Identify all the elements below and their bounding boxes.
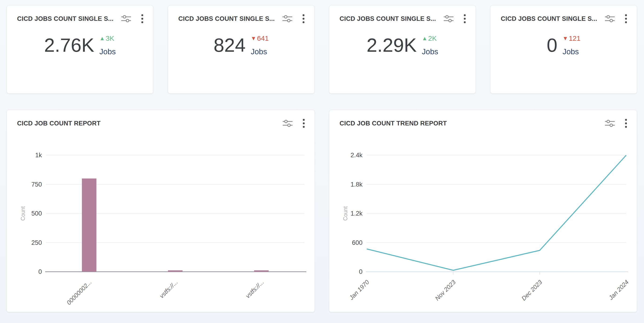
card-actions [282, 14, 305, 24]
x-tick-label: vstfs://... [158, 278, 179, 300]
kpi-card-2: CICD JOBS COUNT SINGLE S... 824 ▼641 Job… [168, 5, 314, 94]
dashboard: { "colors": { "up_green": "#5fba83", "do… [0, 0, 644, 323]
line-chart-canvas[interactable]: 06001.2k1.8k2.4kCountJan 1970Nov 2023Dec… [329, 141, 637, 313]
card-title: CICD JOBS COUNT SINGLE S... [178, 15, 282, 22]
x-tick-label: Nov 2023 [434, 278, 457, 302]
x-tick-label: Jan 2024 [607, 278, 630, 302]
kpi-delta: ▼641 [251, 35, 269, 42]
kpi-delta: ▼121 [562, 35, 580, 42]
card-title: CICD JOB COUNT REPORT [17, 120, 282, 127]
kpi-value: 824 [214, 36, 246, 55]
bar[interactable] [82, 178, 96, 272]
bar-chart-canvas[interactable]: 02505007501kCount00000002...vstfs://...v… [7, 141, 314, 313]
kebab-menu-icon[interactable] [463, 14, 466, 24]
kpi-delta-value: 641 [257, 35, 269, 42]
kpi-delta: ▲3K [100, 35, 116, 42]
card-title: CICD JOBS COUNT SINGLE S... [501, 15, 604, 22]
kebab-menu-icon[interactable] [141, 14, 144, 24]
kpi-unit: Jobs [251, 48, 269, 56]
y-tick-label: 750 [31, 181, 42, 188]
kpi-unit: Jobs [562, 48, 580, 56]
sliders-icon[interactable] [443, 14, 454, 23]
kpi-side: ▲3K Jobs [100, 35, 116, 56]
card-header: CICD JOB COUNT REPORT [7, 110, 314, 128]
kpi-card-4: CICD JOBS COUNT SINGLE S... 0 ▼121 Jobs [490, 5, 637, 94]
y-tick-label: 1.8k [350, 181, 363, 188]
card-actions [282, 118, 305, 128]
bar[interactable] [168, 270, 182, 272]
charts-row: CICD JOB COUNT REPORT 02505007501kCount0… [0, 94, 644, 312]
card-actions [604, 14, 628, 24]
sliders-icon[interactable] [121, 14, 132, 23]
card-title: CICD JOB COUNT TREND REPORT [340, 120, 604, 127]
x-tick-label: 00000002... [65, 278, 93, 306]
kpi-body: 0 ▼121 Jobs [490, 35, 637, 56]
kpi-unit: Jobs [422, 48, 438, 56]
sliders-icon[interactable] [282, 14, 293, 23]
y-tick-label: 250 [31, 239, 42, 246]
card-header: CICD JOBS COUNT SINGLE S... [329, 6, 476, 24]
kpi-card-1: CICD JOBS COUNT SINGLE S... 2.76K ▲3K Jo… [6, 5, 153, 94]
kpi-delta: ▲2K [422, 35, 438, 42]
card-title: CICD JOBS COUNT SINGLE S... [17, 15, 121, 22]
y-tick-label: 600 [352, 239, 362, 246]
kpi-value: 2.76K [44, 36, 94, 55]
trend-up-icon: ▲ [422, 36, 428, 41]
x-tick-label: Jan 1970 [348, 278, 371, 302]
sliders-icon[interactable] [604, 14, 615, 23]
kpi-side: ▼121 Jobs [562, 35, 580, 56]
kpi-delta-value: 2K [428, 35, 437, 42]
kpi-unit: Jobs [100, 48, 116, 56]
kpi-body: 2.29K ▲2K Jobs [329, 35, 476, 56]
bar[interactable] [254, 270, 269, 272]
y-tick-label: 1.2k [350, 210, 363, 217]
y-tick-label: 0 [38, 268, 42, 275]
line-chart-card: CICD JOB COUNT TREND REPORT 06001.2k1.8k… [329, 110, 637, 312]
kpi-row: CICD JOBS COUNT SINGLE S... 2.76K ▲3K Jo… [0, 0, 644, 94]
kpi-side: ▲2K Jobs [422, 35, 438, 56]
x-tick-label: Dec 2023 [520, 278, 544, 302]
sliders-icon[interactable] [282, 119, 293, 128]
trend-down-icon: ▼ [562, 36, 568, 41]
y-tick-label: 0 [359, 268, 362, 275]
kpi-delta-value: 121 [569, 35, 580, 42]
card-actions [443, 14, 466, 24]
y-tick-label: 500 [31, 210, 42, 217]
kpi-card-3: CICD JOBS COUNT SINGLE S... 2.29K ▲2K Jo… [329, 5, 476, 94]
card-actions [121, 14, 144, 24]
card-header: CICD JOBS COUNT SINGLE S... [168, 6, 314, 24]
kebab-menu-icon[interactable] [302, 14, 305, 24]
kpi-body: 824 ▼641 Jobs [168, 35, 314, 56]
kpi-body: 2.76K ▲3K Jobs [7, 35, 153, 56]
kpi-delta-value: 3K [106, 35, 114, 42]
bar-chart-card: CICD JOB COUNT REPORT 02505007501kCount0… [6, 110, 315, 312]
x-tick-label: vstfs://... [244, 278, 265, 300]
kebab-menu-icon[interactable] [302, 118, 305, 128]
card-header: CICD JOBS COUNT SINGLE S... [490, 6, 637, 24]
y-axis-title: Count [342, 206, 348, 221]
card-header: CICD JOBS COUNT SINGLE S... [7, 6, 153, 24]
sliders-icon[interactable] [604, 119, 615, 128]
line-series[interactable] [367, 155, 626, 270]
trend-down-icon: ▼ [251, 36, 256, 41]
y-tick-label: 2.4k [350, 152, 363, 159]
trend-up-icon: ▲ [100, 36, 105, 41]
card-header: CICD JOB COUNT TREND REPORT [329, 110, 637, 128]
kebab-menu-icon[interactable] [624, 14, 628, 24]
card-title: CICD JOBS COUNT SINGLE S... [340, 15, 443, 22]
y-tick-label: 1k [35, 152, 42, 159]
kebab-menu-icon[interactable] [624, 118, 628, 128]
y-axis-title: Count [20, 206, 26, 221]
kpi-value: 0 [547, 36, 558, 55]
kpi-side: ▼641 Jobs [251, 35, 269, 56]
card-actions [604, 118, 628, 128]
kpi-value: 2.29K [366, 36, 416, 55]
